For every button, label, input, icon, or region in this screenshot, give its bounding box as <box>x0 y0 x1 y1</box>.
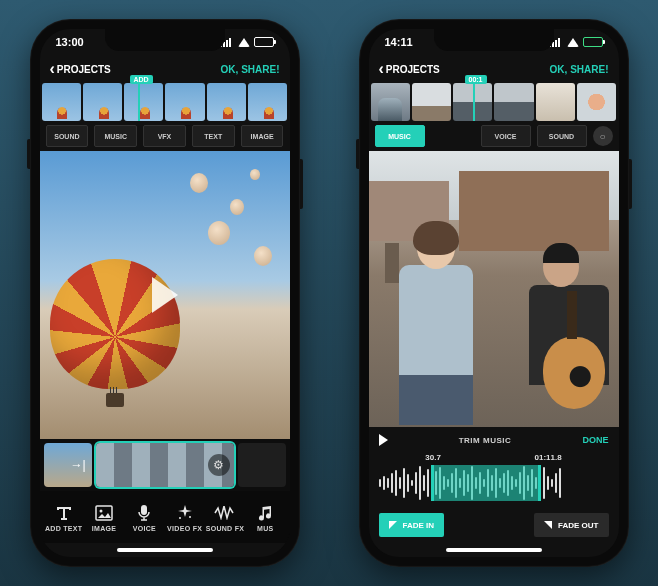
tool-video-fx[interactable]: VIDEO FX <box>164 493 204 543</box>
waveform-panel[interactable]: 30.7 01:11.8 <box>369 453 619 509</box>
soundwave-icon <box>214 504 236 522</box>
tool-row: ADD TEXT IMAGE VOICE VIDEO FX <box>40 491 290 543</box>
waveform[interactable] <box>379 465 609 501</box>
play-icon[interactable] <box>152 277 178 313</box>
gear-icon[interactable]: ⚙ <box>208 454 230 476</box>
thumb[interactable] <box>124 83 163 121</box>
notch <box>434 29 554 51</box>
fade-row: FADE IN FADE OUT <box>369 509 619 543</box>
category-vfx[interactable]: VFX <box>143 125 186 147</box>
top-nav: PROJECTS OK, SHARE! <box>40 55 290 83</box>
category-music[interactable]: MUSIC <box>375 125 425 147</box>
wifi-icon <box>238 38 250 47</box>
playhead-icon[interactable] <box>138 83 140 121</box>
tool-image[interactable]: IMAGE <box>84 493 124 543</box>
svg-point-4 <box>179 517 181 519</box>
fade-in-icon <box>389 521 397 529</box>
thumb[interactable] <box>577 83 616 121</box>
battery-icon <box>583 37 603 47</box>
time-marks: 30.7 01:11.8 <box>379 453 609 462</box>
status-right <box>549 37 603 47</box>
phone-mockup-left: 13:00 PROJECTS OK, SHARE! ADD SOUND MUSI… <box>30 19 300 567</box>
sparkle-icon <box>176 504 194 522</box>
playhead-icon[interactable] <box>473 83 475 121</box>
text-icon <box>55 504 73 522</box>
trim-header: TRIM MUSIC DONE <box>369 427 619 453</box>
category-text[interactable]: TEXT <box>192 125 235 147</box>
tool-sound-fx[interactable]: SOUND FX <box>205 493 245 543</box>
thumb[interactable] <box>248 83 287 121</box>
tool-label: MUS <box>257 525 273 532</box>
done-button[interactable]: DONE <box>582 435 608 445</box>
fade-out-icon <box>544 521 552 529</box>
transition-in-icon[interactable]: →| <box>70 458 85 472</box>
trim-start-time: 30.7 <box>425 453 441 462</box>
status-right <box>220 37 274 47</box>
timeline-thumbnails[interactable]: ADD <box>40 83 290 121</box>
button-label: FADE IN <box>403 521 435 530</box>
person-woman <box>391 227 481 427</box>
home-indicator[interactable] <box>40 543 290 557</box>
more-icon[interactable]: ○ <box>593 126 613 146</box>
category-voice[interactable]: VOICE <box>481 125 531 147</box>
button-label: FADE OUT <box>558 521 598 530</box>
battery-icon <box>254 37 274 47</box>
tool-voice[interactable]: VOICE <box>124 493 164 543</box>
back-button[interactable]: PROJECTS <box>50 64 111 75</box>
guitar <box>543 337 605 409</box>
tool-add-text[interactable]: ADD TEXT <box>44 493 84 543</box>
play-icon[interactable] <box>379 434 388 446</box>
thumb[interactable] <box>165 83 204 121</box>
preview-area[interactable] <box>40 151 290 439</box>
microphone-icon <box>137 504 151 522</box>
svg-point-1 <box>99 510 102 513</box>
category-image[interactable]: IMAGE <box>241 125 284 147</box>
tool-label: VOICE <box>133 525 156 532</box>
timeline-thumbnails[interactable]: 00:1 <box>369 83 619 121</box>
music-icon <box>258 504 272 522</box>
fade-out-button[interactable]: FADE OUT <box>534 513 608 537</box>
screen-right: 14:11 PROJECTS OK, SHARE! 00:1 MUSIC VOI <box>369 29 619 557</box>
thumb[interactable] <box>83 83 122 121</box>
thumb[interactable] <box>536 83 575 121</box>
thumb[interactable] <box>207 83 246 121</box>
preview-image <box>369 151 619 427</box>
clip-selected[interactable]: ⚙ <box>96 443 234 487</box>
category-row: MUSIC VOICE SOUND ○ <box>369 121 619 151</box>
playhead-tag: 00:1 <box>465 75 487 84</box>
screen-left: 13:00 PROJECTS OK, SHARE! ADD SOUND MUSI… <box>40 29 290 557</box>
category-sound[interactable]: SOUND <box>537 125 587 147</box>
phone-mockup-right: 14:11 PROJECTS OK, SHARE! 00:1 MUSIC VOI <box>359 19 629 567</box>
tool-label: VIDEO FX <box>167 525 202 532</box>
svg-rect-2 <box>141 505 147 515</box>
status-time: 14:11 <box>385 36 413 48</box>
trim-selection[interactable] <box>431 465 541 501</box>
trim-end-time: 01:11.8 <box>535 453 562 462</box>
clip[interactable]: →| <box>44 443 92 487</box>
share-button[interactable]: OK, SHARE! <box>550 64 609 75</box>
thumb[interactable] <box>494 83 533 121</box>
thumb[interactable] <box>412 83 451 121</box>
top-nav: PROJECTS OK, SHARE! <box>369 55 619 83</box>
trim-title: TRIM MUSIC <box>459 436 512 445</box>
share-button[interactable]: OK, SHARE! <box>221 64 280 75</box>
playhead-tag: ADD <box>130 75 153 84</box>
back-button[interactable]: PROJECTS <box>379 64 440 75</box>
home-indicator[interactable] <box>369 543 619 557</box>
category-row: SOUND MUSIC VFX TEXT IMAGE <box>40 121 290 151</box>
category-music[interactable]: MUSIC <box>94 125 137 147</box>
tool-label: SOUND FX <box>206 525 245 532</box>
thumb[interactable] <box>371 83 410 121</box>
clip-strip: →| ⚙ <box>40 439 290 491</box>
clip[interactable] <box>238 443 286 487</box>
tool-label: IMAGE <box>92 525 116 532</box>
fade-in-button[interactable]: FADE IN <box>379 513 445 537</box>
tool-label: ADD TEXT <box>45 525 82 532</box>
thumb[interactable] <box>42 83 81 121</box>
image-icon <box>95 504 113 522</box>
category-sound[interactable]: SOUND <box>46 125 89 147</box>
notch <box>105 29 225 51</box>
preview-area[interactable] <box>369 151 619 427</box>
wifi-icon <box>567 38 579 47</box>
tool-music[interactable]: MUS <box>245 493 285 543</box>
